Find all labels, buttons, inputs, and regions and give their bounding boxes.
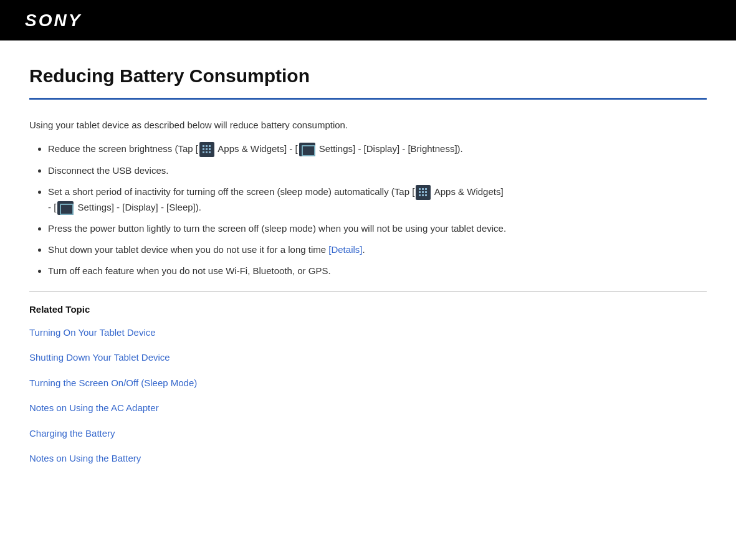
list-item: Turn off each feature when you do not us… — [48, 263, 707, 278]
related-topic-heading: Related Topic — [29, 304, 707, 315]
apps-widgets-icon — [199, 142, 214, 157]
bullet-text: Turn off each feature when you do not us… — [48, 265, 331, 276]
intro-text: Using your tablet device as described be… — [29, 118, 707, 133]
related-link-battery-notes[interactable]: Notes on Using the Battery — [29, 452, 707, 466]
bullet-text: Disconnect the USB devices. — [48, 165, 168, 176]
list-item: Disconnect the USB devices. — [48, 163, 707, 178]
related-link-shutting-down[interactable]: Shutting Down Your Tablet Device — [29, 351, 707, 365]
main-content: Reducing Battery Consumption Using your … — [0, 40, 736, 502]
related-link-turning-on[interactable]: Turning On Your Tablet Device — [29, 326, 707, 340]
bullet-text: Set a short period of inactivity for tur… — [48, 186, 504, 212]
details-link[interactable]: [Details] — [328, 244, 362, 255]
related-link-ac-adapter[interactable]: Notes on Using the AC Adapter — [29, 401, 707, 415]
page-title: Reducing Battery Consumption — [29, 65, 707, 87]
bullet-text: Reduce the screen brightness (Tap [ Apps… — [48, 143, 463, 154]
bullet-list: Reduce the screen brightness (Tap [ Apps… — [29, 141, 707, 278]
title-divider — [29, 98, 707, 100]
list-item: Shut down your tablet device when you do… — [48, 242, 707, 257]
settings-icon — [299, 143, 315, 156]
sony-logo: SONY — [25, 11, 82, 31]
bullet-text: Press the power button lightly to turn t… — [48, 223, 506, 234]
site-header: SONY — [0, 0, 736, 40]
list-item: Press the power button lightly to turn t… — [48, 221, 707, 236]
apps-widgets-icon-2 — [416, 185, 431, 200]
related-section: Related Topic Turning On Your Tablet Dev… — [29, 291, 707, 466]
list-item: Set a short period of inactivity for tur… — [48, 184, 707, 215]
list-item: Reduce the screen brightness (Tap [ Apps… — [48, 141, 707, 157]
related-link-screen-sleep[interactable]: Turning the Screen On/Off (Sleep Mode) — [29, 376, 707, 391]
settings-icon-2 — [57, 201, 74, 215]
related-link-charging[interactable]: Charging the Battery — [29, 427, 707, 441]
bullet-text: Shut down your tablet device when you do… — [48, 244, 365, 255]
